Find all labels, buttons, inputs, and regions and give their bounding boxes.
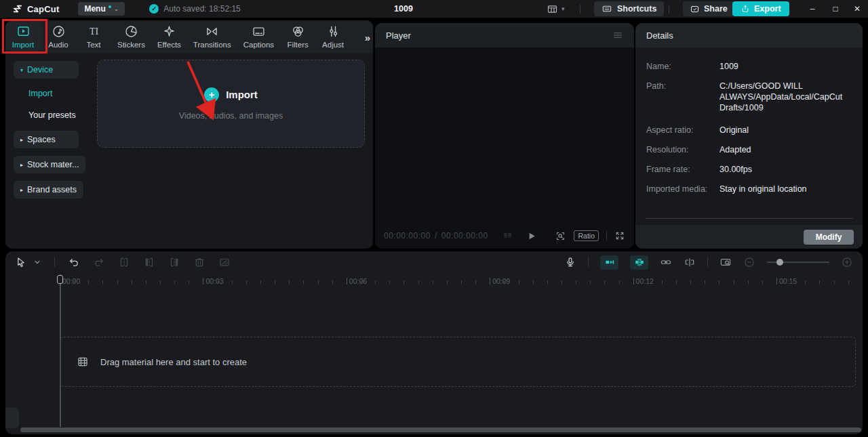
horizontal-scrollbar[interactable] [20, 428, 861, 432]
split-left-icon[interactable] [143, 256, 155, 268]
redo-icon[interactable] [93, 256, 105, 268]
project-title: 1009 [394, 4, 413, 14]
divider [669, 5, 669, 14]
record-voiceover-icon[interactable] [564, 256, 576, 268]
sidebar-item-stock-mater[interactable]: ▸Stock mater... [14, 156, 85, 173]
edit-box-icon[interactable] [218, 256, 231, 268]
effects-icon [162, 24, 176, 39]
zoom-in-icon[interactable] [841, 256, 853, 268]
export-button[interactable]: Export [732, 1, 789, 16]
ruler-minor-tick [561, 280, 562, 284]
tab-label: Effects [157, 41, 181, 49]
divider [707, 257, 708, 267]
tab-filters[interactable]: Filters [280, 22, 315, 51]
ruler-minor-tick [117, 280, 118, 284]
tab-label: Audio [48, 41, 68, 49]
undo-icon[interactable] [68, 256, 80, 268]
ruler-minor-tick [805, 280, 806, 284]
link-materials-icon[interactable] [660, 256, 672, 268]
ruler-minor-tick [418, 280, 419, 284]
sidebar-item-device[interactable]: ▾Device [14, 61, 79, 79]
details-rows: Name:1009Path:C:/Users/GOOD WILL ALWAYS/… [646, 61, 852, 203]
tab-stickers[interactable]: Stickers [111, 22, 151, 51]
zoom-slider-handle[interactable] [776, 259, 783, 266]
full-preview-icon[interactable] [555, 230, 566, 242]
ruler-minor-tick [189, 280, 189, 284]
cursor-select-icon[interactable] [15, 256, 27, 268]
timeline-ruler[interactable]: 00:0000:0300:0600:0900:1200:15 [5, 274, 863, 289]
ruler-minor-tick [174, 280, 175, 284]
sidebar-item-your-presets[interactable]: Your presets [14, 109, 94, 121]
split-right-icon[interactable] [168, 256, 180, 268]
delete-icon[interactable] [193, 256, 205, 268]
shortcuts-button[interactable]: Shortcuts [594, 1, 664, 16]
ratio-button[interactable]: Ratio [574, 230, 599, 241]
media-panel: ImportAudioTITextStickersEffectsTransiti… [5, 20, 373, 249]
tab-adjust[interactable]: Adjust [315, 22, 351, 51]
timeline-zoom-slider[interactable] [767, 262, 829, 263]
ruler-minor-tick [791, 280, 791, 284]
stickers-icon [124, 24, 138, 39]
sidebar-item-label: Brand assets [27, 185, 77, 194]
capcut-logo-icon [12, 3, 23, 14]
freeze-icon[interactable] [684, 256, 696, 268]
timecode-separator: / [435, 231, 437, 241]
total-timecode: 00:00:00:00 [441, 231, 488, 241]
ruler-minor-tick [289, 280, 290, 284]
ruler-minor-tick [88, 280, 89, 284]
import-drop-zone[interactable]: + Import Videos, audios, and images [97, 60, 365, 148]
auto-snap-button[interactable] [630, 255, 648, 270]
window-close-button[interactable]: ✕ [847, 0, 867, 18]
sidebar-item-spaces[interactable]: ▸Spaces [14, 131, 79, 148]
main-track-drop-area[interactable]: Drag material here and start to create [60, 337, 856, 387]
tab-effects[interactable]: Effects [151, 22, 187, 51]
ruler-label: 00:00 [62, 277, 80, 285]
player-menu-icon[interactable] [612, 30, 623, 41]
frame-preview-icon[interactable] [502, 230, 513, 242]
details-label: Resolution: [646, 144, 719, 155]
details-value: C:/Users/GOOD WILL ALWAYS/AppData/Local/… [719, 81, 852, 113]
cursor-chevron-icon[interactable] [33, 258, 41, 266]
timeline-panel: 00:0000:0300:0600:0900:1200:15 Drag mate… [5, 251, 863, 434]
details-footer: Modify [635, 225, 863, 249]
window-minimize-button[interactable]: – [802, 0, 823, 18]
share-button[interactable]: Share [683, 1, 734, 16]
split-icon[interactable] [118, 256, 130, 268]
play-button[interactable] [526, 230, 537, 242]
divider [588, 257, 589, 267]
tab-transitions[interactable]: Transitions [187, 22, 237, 51]
window-maximize-button[interactable]: □ [825, 0, 846, 18]
caret-icon: ▸ [20, 187, 23, 193]
annotation-rectangle [2, 19, 47, 54]
plus-circle-icon[interactable]: + [204, 87, 219, 102]
modify-button[interactable]: Modify [804, 230, 854, 245]
tabs-overflow-button[interactable]: » [365, 32, 369, 43]
ruler-minor-tick [834, 280, 835, 284]
preview-axis-icon[interactable] [719, 256, 732, 268]
ruler-major-tick [203, 278, 203, 285]
ruler-minor-tick [604, 280, 605, 284]
details-row: Aspect ratio:Original [646, 125, 852, 136]
ruler-major-tick [633, 278, 634, 285]
sidebar-item-brand-assets[interactable]: ▸Brand assets [14, 181, 83, 199]
current-timecode: 00:00:00:00 [384, 231, 431, 241]
details-row: Name:1009 [646, 61, 852, 72]
tab-captions[interactable]: Captions [237, 22, 280, 51]
sidebar-item-import[interactable]: Import [14, 87, 94, 100]
details-value: Stay in original location [719, 184, 852, 194]
menu-button[interactable]: Menu ⌄ [78, 2, 125, 16]
main-track-magnet-button[interactable] [600, 255, 618, 270]
ruler-minor-tick [848, 280, 849, 284]
ruler-minor-tick [719, 280, 719, 284]
ruler-minor-tick [232, 280, 233, 284]
zoom-out-icon[interactable] [743, 256, 755, 268]
captions-icon [252, 24, 266, 39]
track-header-stub [5, 408, 19, 428]
layout-switcher[interactable]: ▾ [547, 3, 565, 15]
fullscreen-icon[interactable] [614, 230, 625, 241]
sidebar-item-label: Stock mater... [27, 160, 79, 169]
tab-text[interactable]: TIText [76, 22, 111, 51]
layout-icon [547, 3, 558, 15]
player-controls: 00:00:00:00 / 00:00:00:00 Ratio [375, 223, 634, 249]
playhead-handle[interactable] [57, 275, 63, 284]
